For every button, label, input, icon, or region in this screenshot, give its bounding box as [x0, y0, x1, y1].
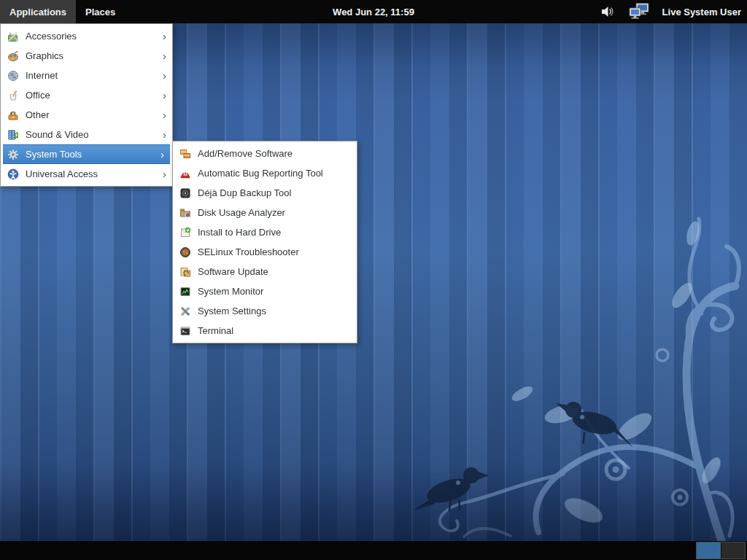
submenu-arrow-icon: ›	[157, 168, 166, 179]
submenu-item-label: System Monitor	[198, 286, 351, 297]
submenu-arrow-icon: ›	[157, 31, 166, 42]
submenu-item-system-settings[interactable]: System Settings	[173, 301, 357, 321]
workspace-2[interactable]	[721, 542, 746, 559]
submenu-item-label: Add/Remove Software	[198, 148, 351, 159]
system-tools-icon	[7, 148, 20, 161]
submenu-arrow-icon: ›	[157, 50, 166, 61]
menu-item-label: Accessories	[26, 31, 157, 42]
install-icon	[179, 226, 192, 239]
safe-icon	[179, 187, 192, 200]
user-menu[interactable]: Live System User	[662, 7, 741, 18]
menu-item-internet[interactable]: Internet ›	[1, 66, 172, 85]
disk-usage-icon	[179, 206, 192, 219]
packages-icon	[179, 147, 192, 160]
submenu-arrow-icon: ›	[157, 90, 166, 101]
submenu-item-deja-dup-backup-tool[interactable]: Déjà Dup Backup Tool	[173, 183, 357, 203]
menu-item-other[interactable]: Other ›	[1, 105, 172, 125]
clock-text[interactable]: Wed Jun 22, 11:59	[333, 7, 414, 18]
office-icon	[7, 89, 20, 102]
network-icon[interactable]	[627, 2, 651, 21]
submenu-arrow-icon: ›	[157, 109, 166, 120]
sound-video-icon	[7, 128, 20, 141]
menu-item-label: Sound & Video	[26, 129, 157, 140]
submenu-item-label: System Settings	[198, 306, 351, 316]
workspace-switcher	[696, 542, 746, 559]
menu-item-office[interactable]: Office ›	[1, 85, 172, 105]
submenu-item-terminal[interactable]: Terminal	[173, 321, 357, 341]
menu-item-universal-access[interactable]: Universal Access ›	[1, 164, 172, 184]
system-monitor-icon	[179, 285, 192, 298]
menu-item-label: Office	[26, 90, 157, 101]
menu-item-label: Universal Access	[26, 168, 157, 179]
menu-item-label: Internet	[26, 70, 157, 81]
other-icon	[7, 109, 20, 122]
submenu-item-automatic-bug-reporting-tool[interactable]: Automatic Bug Reporting Tool	[173, 163, 357, 183]
submenu-item-label: Automatic Bug Reporting Tool	[198, 168, 351, 179]
software-update-icon	[179, 265, 192, 279]
menu-item-system-tools[interactable]: System Tools ›	[3, 144, 170, 164]
submenu-arrow-icon: ›	[155, 149, 164, 160]
graphics-icon	[7, 50, 20, 63]
submenu-item-label: SELinux Troubleshooter	[198, 246, 351, 257]
menu-item-sound-video[interactable]: Sound & Video ›	[1, 125, 172, 144]
submenu-item-install-to-hard-drive[interactable]: Install to Hard Drive	[173, 222, 357, 242]
accessories-icon	[7, 30, 20, 43]
submenu-item-label: Software Update	[198, 266, 351, 277]
submenu-item-disk-usage-analyzer[interactable]: Disk Usage Analyzer	[173, 203, 357, 222]
workspace-1[interactable]	[697, 542, 721, 559]
menu-item-graphics[interactable]: Graphics ›	[1, 46, 172, 66]
menu-item-accessories[interactable]: Accessories ›	[1, 26, 172, 46]
submenu-item-software-update[interactable]: Software Update	[173, 262, 357, 281]
selinux-icon	[179, 246, 192, 259]
menu-item-label: Other	[26, 109, 157, 120]
volume-icon[interactable]	[600, 4, 616, 19]
panel-right-tray: Live System User	[600, 0, 747, 23]
internet-icon	[7, 69, 20, 82]
universal-access-icon	[7, 168, 20, 181]
top-panel: Applications Places Wed Jun 22, 11:59	[0, 0, 747, 23]
submenu-item-label: Terminal	[198, 325, 351, 336]
system-tools-submenu: Add/Remove Software Automatic Bug Report…	[172, 141, 357, 343]
submenu-arrow-icon: ›	[157, 70, 166, 81]
terminal-icon	[179, 324, 192, 338]
submenu-item-add-remove-software[interactable]: Add/Remove Software	[173, 144, 357, 163]
system-settings-icon	[179, 305, 192, 318]
submenu-item-system-monitor[interactable]: System Monitor	[173, 281, 357, 301]
bottom-panel	[0, 541, 747, 560]
applications-menu-button[interactable]: Applications	[0, 0, 76, 23]
bug-alarm-icon	[179, 167, 192, 180]
submenu-item-label: Disk Usage Analyzer	[198, 207, 351, 218]
places-menu-button[interactable]: Places	[76, 0, 125, 23]
menu-item-label: Graphics	[26, 50, 157, 61]
applications-menu: Accessories › Graphics ›	[0, 23, 173, 187]
menu-item-label: System Tools	[26, 149, 155, 160]
submenu-item-label: Déjà Dup Backup Tool	[198, 187, 351, 198]
submenu-item-label: Install to Hard Drive	[198, 227, 351, 238]
submenu-item-selinux-troubleshooter[interactable]: SELinux Troubleshooter	[173, 242, 357, 262]
submenu-arrow-icon: ›	[157, 129, 166, 140]
